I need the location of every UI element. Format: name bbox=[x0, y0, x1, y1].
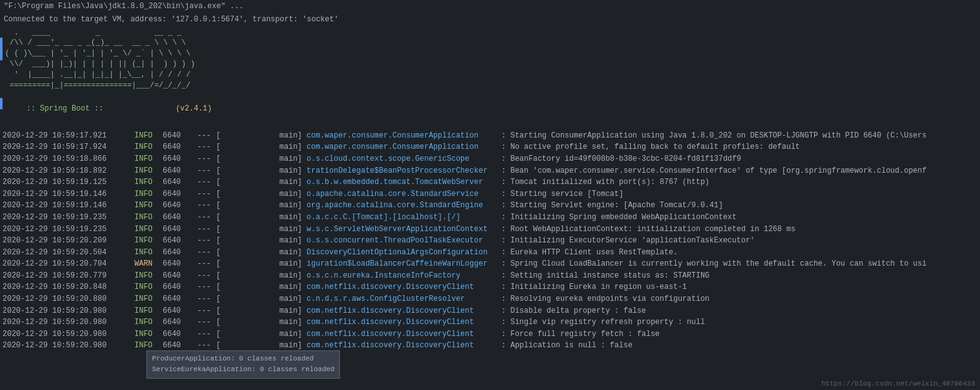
log-thread: [ main] bbox=[216, 188, 307, 200]
log-row: 2020-12-29 10:59:19.235 INFO 6640 --- [ … bbox=[0, 224, 980, 236]
log-dashes: --- bbox=[197, 247, 216, 259]
ascii-line-2: /\\ / ___'_ __ _ _(_)_ __ __ _ \ \ \ \ bbox=[3, 38, 977, 48]
log-thread: [ main] bbox=[216, 305, 307, 317]
log-message: : Tomcat initialized with port(s): 8767 … bbox=[501, 176, 709, 188]
log-logger: trationDelegate$BeanPostProcessorChecker bbox=[307, 165, 501, 177]
log-container: 2020-12-29 10:59:17.921 INFO 6640 --- [ … bbox=[0, 130, 980, 352]
tooltip-line2: ServiceEurekaApplication: 0 classes relo… bbox=[152, 364, 334, 376]
log-timestamp: 2020-12-29 10:59:20.980 bbox=[3, 340, 134, 352]
log-pid: 6640 bbox=[163, 224, 197, 236]
log-row: 2020-12-29 10:59:17.921 INFO 6640 --- [ … bbox=[0, 130, 980, 142]
java-command-line: "F:\Program Files\Java\jdk1.8.0_202\bin\… bbox=[0, 0, 980, 13]
log-pid: 6640 bbox=[163, 317, 197, 328]
log-message: : Starting Servlet engine: [Apache Tomca… bbox=[501, 200, 723, 212]
log-logger: o.a.c.c.C.[Tomcat].[localhost].[/] bbox=[307, 212, 501, 224]
log-dashes: --- bbox=[197, 305, 216, 317]
log-message: : Setting initial instance status as: ST… bbox=[501, 270, 709, 282]
spring-boot-version: (v2.4.1) bbox=[176, 104, 212, 113]
log-dashes: --- bbox=[197, 281, 216, 293]
log-logger: DiscoveryClientOptionalArgsConfiguration bbox=[307, 247, 501, 259]
log-message: : Single vip registry refresh property :… bbox=[501, 317, 705, 328]
log-row: 2020-12-29 10:59:17.924 INFO 6640 --- [ … bbox=[0, 141, 980, 153]
log-logger: iguration$LoadBalancerCaffeineWarnLogger bbox=[307, 258, 501, 270]
log-thread: [ main] bbox=[216, 200, 307, 212]
log-level: INFO bbox=[134, 141, 163, 153]
log-logger: com.waper.consumer.ConsumerApplication bbox=[307, 141, 501, 153]
log-level: INFO bbox=[134, 188, 163, 200]
log-row: 2020-12-29 10:59:20.980 INFO 6640 --- [ … bbox=[0, 305, 980, 317]
tooltip: ProducerApplication: 0 classes reloaded … bbox=[146, 350, 340, 379]
log-dashes: --- bbox=[197, 141, 216, 153]
log-dashes: --- bbox=[197, 224, 216, 236]
log-pid: 6640 bbox=[163, 328, 197, 340]
log-pid: 6640 bbox=[163, 305, 197, 317]
indicator-3 bbox=[0, 98, 3, 109]
indicator-2 bbox=[0, 49, 3, 60]
log-row: 2020-12-29 10:59:19.125 INFO 6640 --- [ … bbox=[0, 176, 980, 188]
log-thread: [ main] bbox=[216, 130, 307, 142]
log-timestamp: 2020-12-29 10:59:20.504 bbox=[3, 247, 134, 259]
log-row: 2020-12-29 10:59:20.980 INFO 6640 --- [ … bbox=[0, 328, 980, 340]
log-dashes: --- bbox=[197, 293, 216, 305]
log-pid: 6640 bbox=[163, 293, 197, 305]
log-level: INFO bbox=[134, 317, 163, 328]
log-timestamp: 2020-12-29 10:59:17.924 bbox=[3, 141, 134, 153]
ascii-line-5: ' |____| .__|_| |_|_| |_\__, | / / / / bbox=[3, 70, 977, 80]
log-level: INFO bbox=[134, 153, 163, 165]
log-message: : Eureka HTTP Client uses RestTemplate. bbox=[501, 247, 678, 259]
log-thread: [ main] bbox=[216, 293, 307, 305]
log-pid: 6640 bbox=[163, 235, 197, 247]
log-logger: o.apache.catalina.core.StandardService bbox=[307, 188, 501, 200]
log-message: : Bean 'com.waper.consumer.service.Consu… bbox=[501, 165, 927, 177]
log-timestamp: 2020-12-29 10:59:20.980 bbox=[3, 328, 134, 340]
log-message: : BeanFactory id=49f008b8-b38e-3cbc-8204… bbox=[501, 153, 741, 165]
log-logger: o.s.s.concurrent.ThreadPoolTaskExecutor bbox=[307, 235, 501, 247]
log-thread: [ main] bbox=[216, 141, 307, 153]
log-dashes: --- bbox=[197, 270, 216, 282]
log-level: INFO bbox=[134, 165, 163, 177]
log-level: INFO bbox=[134, 293, 163, 305]
log-level: INFO bbox=[134, 130, 163, 142]
log-logger: com.netflix.discovery.DiscoveryClient bbox=[307, 317, 501, 328]
log-thread: [ main] bbox=[216, 224, 307, 236]
indicator-1 bbox=[0, 38, 3, 49]
log-pid: 6640 bbox=[163, 130, 197, 142]
log-row: 2020-12-29 10:59:19.235 INFO 6640 --- [ … bbox=[0, 212, 980, 224]
log-thread: [ main] bbox=[216, 212, 307, 224]
log-message: : No active profile set, falling back to… bbox=[501, 141, 800, 153]
log-row: 2020-12-29 10:59:19.146 INFO 6640 --- [ … bbox=[0, 188, 980, 200]
log-thread: [ main] bbox=[216, 176, 307, 188]
log-pid: 6640 bbox=[163, 258, 197, 270]
log-level: INFO bbox=[134, 270, 163, 282]
log-logger: com.waper.consumer.ConsumerApplication bbox=[307, 130, 501, 142]
log-thread: [ main] bbox=[216, 153, 307, 165]
log-level: INFO bbox=[134, 247, 163, 259]
log-row: 2020-12-29 10:59:20.848 INFO 6640 --- [ … bbox=[0, 281, 980, 293]
log-message: : Application is null : false bbox=[501, 340, 633, 352]
log-pid: 6640 bbox=[163, 247, 197, 259]
log-row: 2020-12-29 10:59:20.779 INFO 6640 --- [ … bbox=[0, 270, 980, 282]
log-dashes: --- bbox=[197, 328, 216, 340]
log-logger: com.netflix.discovery.DiscoveryClient bbox=[307, 305, 501, 317]
log-logger: com.netflix.discovery.DiscoveryClient bbox=[307, 281, 501, 293]
log-logger: o.s.c.n.eureka.InstanceInfoFactory bbox=[307, 270, 501, 282]
log-message: : Force full registry fetch : false bbox=[501, 328, 660, 340]
log-row: 2020-12-29 10:59:18.892 INFO 6640 --- [ … bbox=[0, 165, 980, 177]
log-timestamp: 2020-12-29 10:59:18.866 bbox=[3, 153, 134, 165]
log-timestamp: 2020-12-29 10:59:20.980 bbox=[3, 305, 134, 317]
log-timestamp: 2020-12-29 10:59:20.209 bbox=[3, 235, 134, 247]
log-timestamp: 2020-12-29 10:59:19.146 bbox=[3, 200, 134, 212]
log-row: 2020-12-29 10:59:20.880 INFO 6640 --- [ … bbox=[0, 293, 980, 305]
log-row: 2020-12-29 10:59:20.704 WARN 6640 --- [ … bbox=[0, 258, 980, 270]
watermark: https://blog.csdn.net/weixin_40796433 bbox=[822, 380, 975, 387]
log-level: INFO bbox=[134, 200, 163, 212]
log-thread: [ main] bbox=[216, 165, 307, 177]
log-row: 2020-12-29 10:59:19.146 INFO 6640 --- [ … bbox=[0, 200, 980, 212]
log-dashes: --- bbox=[197, 235, 216, 247]
log-thread: [ main] bbox=[216, 235, 307, 247]
log-thread: [ main] bbox=[216, 328, 307, 340]
log-timestamp: 2020-12-29 10:59:20.880 bbox=[3, 293, 134, 305]
log-logger: org.apache.catalina.core.StandardEngine bbox=[307, 200, 501, 212]
log-level: INFO bbox=[134, 305, 163, 317]
connected-line: Connected to the target VM, address: '12… bbox=[0, 13, 980, 26]
